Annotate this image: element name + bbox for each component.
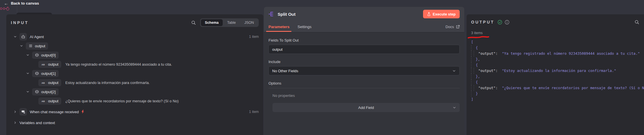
node-title: Split Out <box>278 12 296 17</box>
display-mode-switcher: Schema Table JSON <box>200 18 259 27</box>
tree-row-ai-agent[interactable]: AI Agent 1 item <box>11 32 259 41</box>
item-count: 1 item <box>249 35 259 39</box>
tab-settings[interactable]: Settings <box>298 25 312 29</box>
add-field-label: Add Field <box>358 105 374 110</box>
tab-schema[interactable]: Schema <box>201 19 223 26</box>
execute-step-label: Execute step <box>433 12 456 16</box>
fields-to-split-input[interactable]: output <box>268 45 460 54</box>
json-line: "output": "Ya tengo registrado el número… <box>471 51 644 56</box>
info-icon[interactable] <box>505 20 509 25</box>
output-panel: OUTPUT 3 items [{"output": "Ya tengo reg… <box>467 14 644 135</box>
tab-json[interactable]: JSON <box>240 19 258 26</box>
svg-text:AB: AB <box>42 63 45 66</box>
chevron-down-icon[interactable] <box>26 53 30 57</box>
string-icon: AB <box>41 62 46 66</box>
add-field-button[interactable]: Add Field <box>272 103 460 112</box>
fields-to-split-label: Fields To Split Out <box>268 38 460 42</box>
robot-icon <box>19 33 27 40</box>
docs-label: Docs <box>445 25 454 29</box>
tree-label: output[2] <box>41 90 56 94</box>
item-count: 1 item <box>249 110 259 114</box>
tree-label: AI Agent <box>30 35 44 39</box>
external-link-icon <box>456 25 460 29</box>
chevron-down-icon <box>453 106 456 109</box>
json-line: } <box>471 91 644 97</box>
tree-row-output-1-value[interactable]: AB output Estoy actualizando la informac… <box>11 78 259 87</box>
back-arrow-icon: ← <box>4 1 8 5</box>
tree-row-output-0-value[interactable]: AB output Ya tengo registrado el número … <box>11 60 259 69</box>
red-annotation-underline <box>468 36 489 39</box>
list-icon <box>29 44 33 48</box>
svg-text:AB: AB <box>42 82 45 84</box>
json-line: "output": "Estoy actualizando la informa… <box>471 68 644 74</box>
tree-label: output <box>48 62 58 66</box>
json-line: "output": "¿Quieres que te envíe recorda… <box>471 85 644 91</box>
tree-label: output[0] <box>41 53 56 57</box>
include-select[interactable]: No Other Fields <box>268 66 460 75</box>
success-check-icon <box>497 20 502 25</box>
fields-to-split-value: output <box>272 47 283 52</box>
schema-tree: AI Agent 1 item output output[0 <box>6 31 263 127</box>
tree-value: Ya tengo registrado el número 9234350894… <box>65 62 172 66</box>
tree-value: ¿Quieres que te envíe recordatorios por … <box>65 99 179 103</box>
output-title: OUTPUT <box>471 20 495 24</box>
tree-row-output-0[interactable]: output[0] <box>11 50 259 60</box>
chevron-down-icon[interactable] <box>13 35 17 38</box>
json-line: [ <box>471 39 644 45</box>
json-line: }, <box>471 74 644 79</box>
chat-icon <box>19 108 27 116</box>
string-icon: AB <box>41 81 46 84</box>
tree-label: output <box>48 99 58 103</box>
no-properties-text: No properties <box>272 93 460 98</box>
tab-table[interactable]: Table <box>223 19 240 26</box>
object-icon <box>35 90 39 94</box>
chevron-right-icon[interactable] <box>13 110 17 114</box>
back-label: Back to canvas <box>11 1 39 5</box>
svg-text:AB: AB <box>42 100 45 103</box>
tree-row-output-2[interactable]: output[2] <box>11 87 259 96</box>
tree-label: output <box>35 44 45 48</box>
tree-row-output[interactable]: output <box>11 41 259 50</box>
object-icon <box>35 71 39 75</box>
json-line: { <box>471 62 644 68</box>
trigger-bolt-icon <box>81 110 84 114</box>
chevron-down-icon[interactable] <box>26 90 30 93</box>
json-line: }, <box>471 56 644 62</box>
tree-label: When chat message received <box>30 110 79 114</box>
node-detail-panel: Split Out Execute step Parameters Settin… <box>264 7 464 135</box>
tab-parameters[interactable]: Parameters <box>268 25 290 29</box>
object-icon <box>35 53 39 57</box>
output-json-view[interactable]: [{"output": "Ya tengo registrado el núme… <box>467 39 644 102</box>
input-panel: INPUT Schema Table JSON <box>6 14 263 135</box>
tree-row-output-2-value[interactable]: AB output ¿Quieres que te envíe recordat… <box>11 96 259 105</box>
flask-icon <box>427 12 431 16</box>
chevron-down-icon <box>452 69 456 73</box>
chevron-down-icon[interactable] <box>19 44 23 48</box>
tree-row-output-1[interactable]: output[1] <box>11 69 259 78</box>
json-line: ] <box>471 97 644 102</box>
options-label: Options <box>268 81 460 85</box>
search-icon[interactable] <box>191 20 196 25</box>
split-out-node-icon <box>268 11 275 17</box>
chevron-right-icon[interactable] <box>13 121 17 124</box>
string-icon: AB <box>41 99 46 103</box>
include-label: Include <box>268 60 460 64</box>
tree-row-when-chat[interactable]: When chat message received 1 item <box>11 107 259 116</box>
tree-label: output <box>48 81 58 85</box>
input-title: INPUT <box>11 20 29 25</box>
options-divider <box>268 88 460 88</box>
json-line: { <box>471 45 644 51</box>
docs-link[interactable]: Docs <box>445 25 460 29</box>
chevron-down-icon[interactable] <box>26 72 30 75</box>
output-items-count: 3 items <box>471 31 483 35</box>
include-value: No Other Fields <box>272 69 298 73</box>
back-to-canvas-button[interactable]: ← Back to canvas <box>4 1 39 5</box>
tree-value: Estoy actualizando la información para c… <box>65 81 150 85</box>
tree-label: output[1] <box>41 71 56 76</box>
tree-label: Variables and context <box>19 121 55 125</box>
execute-step-button[interactable]: Execute step <box>423 10 460 18</box>
json-line: { <box>471 79 644 85</box>
search-icon[interactable] <box>635 20 639 25</box>
tree-row-variables[interactable]: Variables and context <box>11 118 259 127</box>
